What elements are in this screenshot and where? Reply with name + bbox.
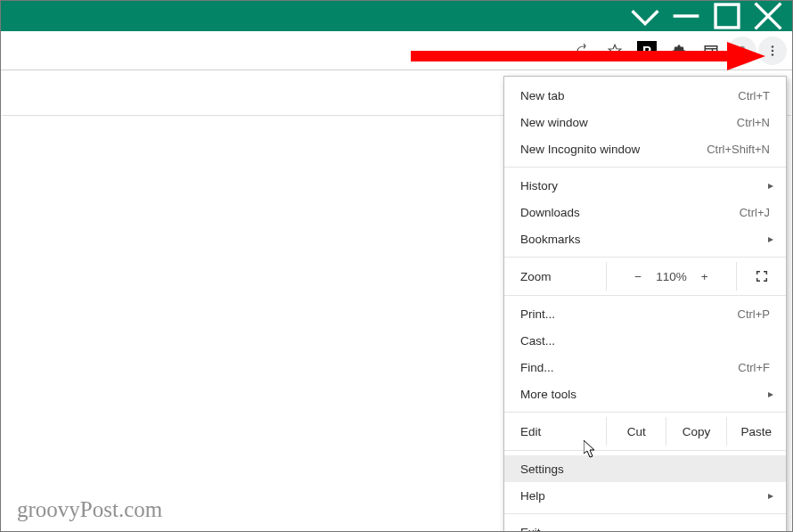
maximize-button[interactable] [707, 1, 748, 31]
menu-cast[interactable]: Cast... [504, 327, 786, 354]
extension-p-icon[interactable]: P [632, 36, 662, 66]
menu-more-tools[interactable]: More tools ▸ [504, 381, 786, 407]
menu-separator [504, 257, 786, 258]
svg-rect-1 [715, 4, 739, 28]
favorite-star-icon[interactable] [600, 36, 630, 66]
chevron-right-icon: ▸ [768, 489, 773, 502]
zoom-value: 110% [656, 270, 687, 283]
menu-label: New Incognito window [520, 143, 707, 156]
menu-shortcut: Ctrl+Shift+N [707, 143, 770, 156]
chevron-right-icon: ▸ [768, 179, 773, 192]
svg-marker-4 [609, 45, 621, 56]
menu-zoom-row: Zoom − 110% + [504, 262, 786, 291]
browser-main-menu: New tab Ctrl+T New window Ctrl+N New Inc… [503, 76, 787, 532]
menu-separator [504, 412, 786, 413]
menu-exit[interactable]: Exit [504, 519, 786, 532]
menu-label: Downloads [520, 206, 740, 219]
zoom-in-button[interactable]: + [701, 270, 708, 283]
menu-label: Find... [520, 361, 738, 374]
menu-label: Settings [520, 462, 770, 476]
menu-separator [504, 295, 786, 296]
menu-kebab-icon[interactable] [758, 37, 787, 65]
menu-separator [504, 167, 786, 168]
svg-rect-5 [705, 45, 717, 55]
menu-label: Exit [520, 526, 770, 533]
menu-edit-row: Edit Cut Copy Paste [504, 417, 786, 446]
tab-dropdown-button[interactable] [625, 1, 666, 31]
edit-label: Edit [520, 417, 606, 446]
menu-label: New window [520, 116, 737, 129]
menu-new-tab[interactable]: New tab Ctrl+T [504, 82, 786, 109]
menu-separator [504, 513, 786, 514]
menu-history[interactable]: History ▸ [504, 172, 786, 199]
menu-label: History [520, 179, 770, 192]
menu-shortcut: Ctrl+T [738, 89, 770, 102]
watermark-text: groovyPost.com [17, 497, 162, 522]
zoom-out-button[interactable]: − [634, 270, 642, 283]
browser-toolbar: P [1, 31, 792, 70]
menu-label: New tab [520, 89, 738, 102]
svg-point-9 [772, 45, 774, 48]
chevron-right-icon: ▸ [768, 388, 773, 400]
minimize-button[interactable] [666, 1, 707, 31]
menu-label: More tools [520, 388, 770, 401]
menu-shortcut: Ctrl+J [740, 206, 770, 219]
edit-paste-button[interactable]: Paste [726, 417, 786, 446]
extensions-puzzle-icon[interactable] [664, 36, 694, 66]
menu-new-incognito[interactable]: New Incognito window Ctrl+Shift+N [504, 135, 786, 162]
menu-print[interactable]: Print... Ctrl+P [504, 300, 786, 327]
svg-point-8 [740, 45, 745, 51]
edit-cut-button[interactable]: Cut [606, 417, 666, 446]
menu-new-window[interactable]: New window Ctrl+N [504, 109, 786, 135]
zoom-label: Zoom [520, 270, 606, 283]
menu-downloads[interactable]: Downloads Ctrl+J [504, 199, 786, 225]
menu-settings[interactable]: Settings [504, 455, 786, 482]
menu-shortcut: Ctrl+F [738, 361, 770, 374]
menu-label: Cast... [520, 334, 770, 348]
menu-separator [504, 450, 786, 451]
profile-avatar-icon[interactable] [728, 37, 756, 65]
menu-shortcut: Ctrl+P [738, 307, 770, 321]
menu-help[interactable]: Help ▸ [504, 482, 786, 509]
menu-label: Help [520, 489, 770, 503]
menu-label: Print... [520, 307, 738, 321]
reading-list-icon[interactable] [696, 36, 726, 66]
share-icon[interactable] [568, 36, 598, 66]
menu-label: Bookmarks [520, 233, 770, 246]
svg-point-10 [772, 49, 774, 52]
menu-bookmarks[interactable]: Bookmarks ▸ [504, 225, 786, 252]
svg-point-11 [772, 53, 774, 56]
chevron-right-icon: ▸ [768, 233, 773, 245]
menu-shortcut: Ctrl+N [737, 116, 770, 129]
window-titlebar [1, 1, 792, 31]
fullscreen-button[interactable] [736, 262, 786, 291]
close-button[interactable] [748, 1, 789, 31]
menu-find[interactable]: Find... Ctrl+F [504, 354, 786, 381]
edit-copy-button[interactable]: Copy [666, 417, 725, 446]
